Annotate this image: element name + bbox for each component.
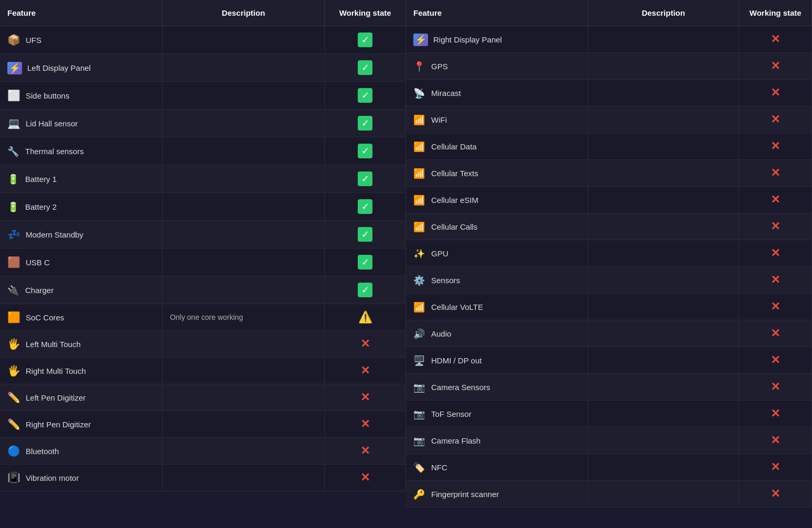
state-cell: ✕ [325,411,406,438]
feature-icon: 📶 [413,167,426,179]
feature-cell: 📍 GPS [406,53,587,80]
feature-icon: 📶 [413,221,426,233]
feature-name: Camera Sensors [431,383,490,392]
cross-icon: ✕ [771,113,780,126]
feature-icon: ✨ [413,247,426,260]
table-row: 🟫 USB C ✓ [0,249,406,276]
table-row: 🟧 SoC Cores Only one core working ⚠️ [0,304,406,331]
state-cell: ✕ [739,427,812,454]
cross-icon: ✕ [360,444,370,457]
state-cell: ✓ [325,165,406,193]
feature-icon: 📳 [7,471,20,484]
description-cell [162,26,324,54]
cross-icon: ✕ [360,364,370,377]
table-row: 📶 Cellular Data ✕ [406,133,812,160]
cross-icon: ✕ [771,434,780,447]
feature-cell: ⚙️ Sensors [406,267,587,294]
feature-name: Cellular Texts [431,169,478,178]
state-cell: ✓ [325,137,406,165]
state-cell: ✕ [325,331,406,358]
right-table: Feature Description Working state ⚡ Righ… [406,0,812,508]
feature-name: Thermal sensors [25,147,84,156]
feature-icon: 📶 [413,141,426,153]
description-cell [162,249,324,276]
feature-name: Vibration motor [26,473,79,482]
cross-icon: ✕ [771,273,780,286]
feature-cell: 🏷️ NFC [406,454,587,481]
left-header-state: Working state [325,0,406,26]
feature-name: Sensors [431,276,460,285]
feature-icon: 🟫 [7,256,20,268]
feature-cell: 📶 Cellular VoLTE [406,294,587,320]
feature-icon: ⚡ [413,34,428,46]
feature-cell: 🔑 Fingerprint scanner [406,481,587,508]
feature-name: Bluetooth [26,447,59,456]
description-cell [587,401,739,427]
description-cell [587,481,739,508]
cross-icon: ✕ [360,417,370,430]
feature-name: Camera Flash [431,436,480,445]
description-cell [587,160,739,187]
feature-name: GPS [431,62,448,71]
left-table: Feature Description Working state 📦 UFS … [0,0,406,491]
state-cell: ✕ [325,384,406,411]
right-header-description: Description [587,0,739,26]
feature-name: USB C [26,258,50,267]
table-row: ✏️ Right Pen Digitizer ✕ [0,411,406,438]
state-cell: ✕ [739,53,812,80]
table-row: 🔧 Thermal sensors ✓ [0,137,406,165]
feature-name: Miracast [431,89,461,98]
state-cell: ✕ [325,438,406,465]
feature-icon: 🔋 [7,201,20,213]
feature-icon: 🔵 [7,445,20,457]
check-icon: ✓ [358,116,372,131]
state-cell: ✕ [739,106,812,133]
feature-name: Right Display Panel [433,35,502,44]
table-row: 🔵 Bluetooth ✕ [0,438,406,465]
feature-icon: 🔌 [7,284,20,296]
feature-name: WiFi [431,115,447,124]
state-cell: ✕ [739,26,812,53]
feature-cell: 🖐️ Left Multi Touch [0,331,162,358]
table-row: 📳 Vibration motor ✕ [0,465,406,491]
description-cell [162,438,324,465]
feature-cell: ⚡ Left Display Panel [0,54,162,82]
description-cell [587,80,739,106]
feature-name: Charger [25,286,54,295]
description-cell [587,213,739,240]
table-row: 🔑 Fingerprint scanner ✕ [406,481,812,508]
check-icon: ✓ [358,33,372,47]
cross-icon: ✕ [771,139,780,153]
feature-icon: 🔊 [413,328,426,340]
feature-cell: 📶 Cellular Texts [406,160,587,187]
table-row: 📍 GPS ✕ [406,53,812,80]
feature-cell: 📶 WiFi [406,106,587,133]
table-row: ✨ GPU ✕ [406,240,812,267]
right-header-state: Working state [739,0,812,26]
description-cell [587,294,739,320]
description-cell [162,221,324,249]
table-row: 🔋 Battery 1 ✓ [0,165,406,193]
state-cell: ✕ [739,213,812,240]
description-cell [162,331,324,358]
feature-icon: 📶 [413,114,426,126]
cross-icon: ✕ [771,380,780,393]
description-cell [162,82,324,110]
description-cell [587,26,739,53]
feature-cell: 💻 Lid Hall sensor [0,110,162,137]
state-cell: ✕ [739,347,812,374]
description-cell [587,106,739,133]
state-cell: ✓ [325,193,406,221]
feature-cell: ✨ GPU [406,240,587,267]
feature-name: Left Display Panel [27,63,91,72]
state-cell: ✕ [739,80,812,106]
feature-cell: 🖥️ HDMI / DP out [406,347,587,374]
description-cell: Only one core working [162,304,324,331]
feature-name: Lid Hall sensor [26,119,78,128]
description-cell [587,347,739,374]
left-header-description: Description [162,0,324,26]
cross-icon: ✕ [771,407,780,420]
cross-icon: ✕ [360,391,370,404]
description-cell [162,384,324,411]
feature-icon: 🖐️ [7,364,20,377]
